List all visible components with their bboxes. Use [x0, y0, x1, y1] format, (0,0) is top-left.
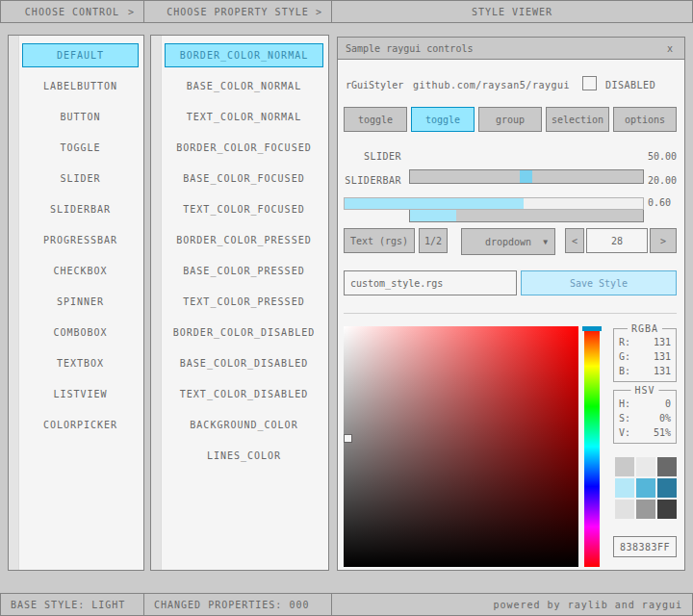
property-item-border_color_normal[interactable]: BORDER_COLOR_NORMAL	[165, 43, 323, 67]
base-style-status-label: BASE STYLE: LIGHT	[11, 600, 125, 610]
rgba-groupbox-title: RGBA	[628, 323, 662, 334]
control-item-listview[interactable]: LISTVIEW	[22, 382, 139, 406]
rgba-groupbox: RGBA R:131G:131B:131	[613, 328, 677, 382]
disabled-checkbox-label: DISABLED	[605, 80, 655, 90]
hsv-label: V:	[619, 425, 630, 440]
toggle-button-3-selection[interactable]: selection	[546, 107, 609, 132]
style-color-swatch-4[interactable]	[636, 478, 655, 498]
style-color-swatch-grid	[615, 457, 677, 519]
toggle-button-0-toggle[interactable]: toggle	[344, 107, 407, 132]
slider[interactable]	[409, 169, 644, 184]
hsv-label: H:	[619, 397, 630, 411]
color-picker-hue-bar[interactable]	[584, 326, 600, 567]
property-item-border_color_focused[interactable]: BORDER_COLOR_FOCUSED	[165, 136, 323, 160]
style-color-swatch-1[interactable]	[636, 457, 655, 476]
color-picker-sv-cursor[interactable]	[345, 435, 351, 442]
control-item-combobox[interactable]: COMBOBOX	[22, 321, 139, 345]
hsv-groupbox: HSV H:0S:0%V:51%	[613, 390, 677, 444]
hsv-values: H:0S:0%V:51%	[619, 397, 671, 440]
step-style-viewer-label: STYLE VIEWER	[472, 7, 552, 17]
color-picker-hue-cursor[interactable]	[582, 326, 602, 331]
close-icon[interactable]: x	[663, 43, 677, 54]
rgba-values: R:131G:131B:131	[619, 335, 671, 378]
sliderbar-value: 20.00	[648, 175, 677, 186]
step-choose-control: CHOOSE CONTROL >	[0, 0, 144, 23]
rgba-label: G:	[619, 349, 630, 364]
control-item-toggle[interactable]: TOGGLE	[22, 136, 139, 160]
control-item-checkbox[interactable]: CHECKBOX	[22, 259, 139, 283]
progressbar-value: 0.60	[648, 197, 671, 208]
spinner-increase-button[interactable]: >	[650, 228, 677, 253]
property-item-text_color_focused[interactable]: TEXT_COLOR_FOCUSED	[165, 197, 323, 221]
color-picker-sv-square[interactable]	[344, 326, 578, 567]
viewer-title: Sample raygui controls	[346, 43, 473, 54]
hsv-label: S:	[619, 411, 630, 425]
control-item-labelbutton[interactable]: LABELBUTTON	[22, 74, 139, 98]
style-color-swatch-3[interactable]	[615, 478, 634, 498]
property-item-border_color_pressed[interactable]: BORDER_COLOR_PRESSED	[165, 228, 323, 252]
properties-listview-scrollbar[interactable]	[151, 36, 162, 570]
rgba-label: R:	[619, 335, 630, 349]
toggle-button-1-toggle[interactable]: toggle	[411, 107, 475, 132]
property-item-text_color_disabled[interactable]: TEXT_COLOR_DISABLED	[165, 382, 323, 406]
property-item-base_color_pressed[interactable]: BASE_COLOR_PRESSED	[165, 259, 323, 283]
rgba-value: 131	[654, 335, 671, 349]
control-item-sliderbar[interactable]: SLIDERBAR	[22, 197, 139, 221]
property-item-base_color_disabled[interactable]: BASE_COLOR_DISABLED	[165, 351, 323, 375]
control-item-progressbar[interactable]: PROGRESSBAR	[22, 228, 139, 252]
control-item-spinner[interactable]: SPINNER	[22, 290, 139, 314]
style-color-swatch-8[interactable]	[657, 500, 677, 519]
control-item-slider[interactable]: SLIDER	[22, 167, 139, 191]
property-item-border_color_disabled[interactable]: BORDER_COLOR_DISABLED	[165, 321, 323, 345]
spinner-decrease-button[interactable]: <	[565, 228, 584, 253]
hex-color-textbox[interactable]: 838383FF	[613, 536, 677, 557]
rguistyler-app: CHOOSE CONTROL > CHOOSE PROPERTY STYLE >…	[0, 0, 693, 616]
powered-by-status: powered by raylib and raygui	[331, 593, 693, 616]
half-button[interactable]: 1/2	[419, 228, 448, 253]
bottom-status-bar: BASE STYLE: LIGHT CHANGED PROPERTIES: 00…	[0, 593, 693, 616]
dropdown-selected-label: dropdown	[485, 237, 531, 247]
property-item-background_color[interactable]: BACKGROUND_COLOR	[165, 413, 323, 437]
hsv-row: H:0	[619, 397, 671, 411]
property-item-lines_color[interactable]: LINES_COLOR	[165, 444, 323, 468]
dropdown-combobox[interactable]: dropdown ▼	[461, 228, 555, 255]
controls-listview: DEFAULTLABELBUTTONBUTTONTOGGLESLIDERSLID…	[8, 35, 144, 571]
control-item-colorpicker[interactable]: COLORPICKER	[22, 413, 139, 437]
control-item-button[interactable]: BUTTON	[22, 105, 139, 129]
toggle-button-2-group[interactable]: group	[478, 107, 542, 132]
style-color-swatch-0[interactable]	[615, 457, 634, 476]
progressbar	[344, 197, 644, 210]
sliderbar-fill	[410, 209, 456, 221]
save-style-button[interactable]: Save Style	[521, 270, 677, 295]
style-viewer-window: Sample raygui controls x rGuiStyler gith…	[337, 37, 685, 571]
spinner-value-box[interactable]: 28	[586, 228, 648, 253]
step-choose-property-style-label: CHOOSE PROPERTY STYLE	[167, 7, 308, 17]
property-item-text_color_normal[interactable]: TEXT_COLOR_NORMAL	[165, 105, 323, 129]
hsv-value: 0%	[659, 411, 671, 425]
rgba-value: 131	[654, 364, 671, 378]
sliderbar[interactable]	[409, 208, 644, 222]
property-item-base_color_focused[interactable]: BASE_COLOR_FOCUSED	[165, 167, 323, 191]
rgba-label: B:	[619, 364, 630, 378]
control-item-default[interactable]: DEFAULT	[22, 43, 139, 67]
slider-value: 50.00	[648, 151, 677, 162]
style-color-swatch-7[interactable]	[636, 500, 655, 519]
properties-listview: BORDER_COLOR_NORMALBASE_COLOR_NORMALTEXT…	[150, 35, 329, 571]
property-item-text_color_pressed[interactable]: TEXT_COLOR_PRESSED	[165, 290, 323, 314]
controls-listview-scrollbar[interactable]	[9, 36, 19, 570]
github-link[interactable]: github.com/raysan5/raygui	[413, 80, 570, 90]
style-color-swatch-2[interactable]	[657, 457, 677, 476]
style-color-swatch-6[interactable]	[615, 500, 634, 519]
base-style-status: BASE STYLE: LIGHT	[0, 593, 144, 616]
control-item-textbox[interactable]: TEXTBOX	[22, 351, 139, 375]
chevron-right-icon: >	[128, 7, 135, 17]
disabled-checkbox[interactable]	[582, 76, 597, 90]
top-status-bar: CHOOSE CONTROL > CHOOSE PROPERTY STYLE >…	[0, 0, 693, 23]
property-item-base_color_normal[interactable]: BASE_COLOR_NORMAL	[165, 74, 323, 98]
hsv-value: 0	[665, 397, 671, 411]
slider-handle[interactable]	[520, 170, 532, 183]
toggle-button-4-options[interactable]: options	[613, 107, 677, 132]
style-color-swatch-5[interactable]	[657, 478, 677, 498]
style-filename-textbox[interactable]: custom_style.rgs	[344, 270, 517, 295]
text-rgs-toggle[interactable]: Text (rgs)	[344, 228, 415, 253]
